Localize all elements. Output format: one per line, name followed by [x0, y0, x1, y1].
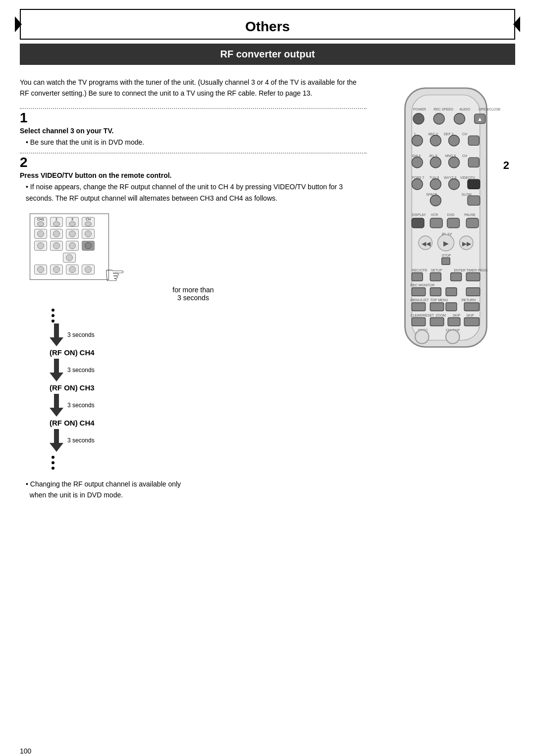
svg-point-8: [454, 113, 465, 124]
step1-number: 1: [20, 111, 367, 125]
svg-text:CH: CH: [462, 154, 467, 158]
svg-rect-83: [464, 318, 479, 326]
hand-pointer-icon: ☞: [104, 261, 125, 289]
svg-point-6: [413, 113, 424, 124]
svg-rect-62: [451, 273, 462, 281]
channel-sequence-diagram: 3 seconds (RF ON) CH4 3 seconds (RF ON: [50, 309, 367, 470]
svg-rect-82: [448, 318, 460, 326]
svg-text:MENU/LIST: MENU/LIST: [411, 298, 429, 302]
page-number: 100: [20, 747, 31, 755]
intro-text: You can watch the TV programs with the t…: [20, 77, 367, 99]
right-column: POWER REC SPEED AUDIO OPEN/CLOSE ▲ 1 ABC…: [376, 65, 515, 501]
ch4-label: (RF ON) CH4: [50, 348, 95, 357]
svg-point-37: [430, 195, 441, 206]
svg-rect-65: [412, 288, 426, 296]
svg-text:PAUSE: PAUSE: [464, 213, 476, 216]
svg-text:RETURN: RETURN: [462, 298, 476, 302]
svg-rect-66: [430, 288, 441, 296]
svg-text:VIDEOTV: VIDEOTV: [460, 176, 476, 179]
arrow4-row: 3 seconds: [50, 429, 95, 452]
step1-title: Select channel 3 on your TV.: [20, 127, 367, 135]
svg-text:CH: CH: [462, 132, 467, 136]
svg-rect-81: [430, 318, 444, 326]
svg-text:SETUP: SETUP: [431, 269, 442, 272]
svg-rect-72: [412, 303, 426, 311]
page-title: Others: [20, 9, 515, 40]
svg-text:TIMER PROG: TIMER PROG: [466, 269, 487, 272]
arrow3-row: 3 seconds: [50, 394, 95, 417]
ch3-label: (RF ON) CH3: [50, 383, 95, 392]
content-area: You can watch the TV programs with the t…: [20, 65, 515, 501]
svg-rect-26: [468, 158, 479, 167]
footer-note: • Changing the RF output channel is avai…: [20, 479, 367, 501]
svg-text:DVD: DVD: [447, 213, 455, 216]
arrow3-seconds: 3 seconds: [67, 402, 95, 408]
arrow2-row: 3 seconds: [50, 359, 95, 381]
svg-text:ENTER: ENTER: [454, 269, 466, 272]
svg-text:◀◀: ◀◀: [422, 240, 431, 247]
page-container: Others RF converter output You can watch…: [0, 9, 535, 756]
svg-text:▶: ▶: [443, 240, 449, 247]
svg-point-86: [415, 330, 429, 344]
svg-rect-80: [412, 318, 426, 326]
svg-point-31: [412, 179, 423, 190]
svg-point-87: [446, 330, 460, 344]
for-more-text: for more than 3 seconds: [20, 286, 367, 302]
arrow2-seconds: 3 seconds: [67, 367, 95, 373]
svg-text:DISPLAY: DISPLAY: [412, 213, 426, 216]
svg-text:POWER: POWER: [413, 108, 426, 111]
svg-rect-46: [466, 218, 479, 228]
svg-text:STOP: STOP: [442, 254, 451, 257]
svg-rect-60: [412, 273, 423, 281]
arrow4-seconds: 3 seconds: [67, 437, 95, 443]
svg-text:VCR: VCR: [431, 213, 438, 216]
remote-control-area: POWER REC SPEED AUDIO OPEN/CLOSE ▲ 1 ABC…: [391, 80, 500, 357]
arrow1-seconds: 3 seconds: [67, 332, 95, 338]
svg-rect-18: [468, 136, 479, 145]
svg-point-16: [430, 135, 441, 146]
step2-separator: [20, 153, 367, 154]
svg-text:REC SPEED: REC SPEED: [433, 108, 453, 111]
step1-separator: [20, 108, 367, 109]
svg-text:ZOOM: ZOOM: [435, 314, 446, 317]
svg-rect-55: [442, 258, 450, 265]
step-label-2: 2: [503, 159, 509, 172]
svg-point-33: [449, 179, 460, 190]
step2-title: Press VIDEO/TV button on the remote cont…: [20, 171, 367, 179]
svg-rect-45: [447, 218, 460, 228]
svg-text:CLEAR/RESET: CLEAR/RESET: [411, 314, 434, 317]
svg-point-23: [412, 157, 423, 168]
svg-rect-68: [466, 288, 480, 296]
svg-point-24: [430, 157, 441, 168]
svg-text:TOP MENU: TOP MENU: [430, 298, 448, 302]
svg-rect-75: [464, 303, 479, 311]
svg-text:▶▶: ▶▶: [462, 240, 472, 247]
svg-rect-61: [430, 273, 441, 281]
svg-text:OPEN/CLOSE: OPEN/CLOSE: [479, 108, 500, 111]
svg-point-17: [449, 135, 460, 146]
left-column: You can watch the TV programs with the t…: [20, 65, 376, 501]
svg-text:DEF 3: DEF 3: [444, 132, 454, 136]
svg-rect-73: [430, 303, 444, 311]
step1-bullet: • Be sure that the unit is in DVD mode.: [20, 137, 367, 148]
svg-rect-67: [446, 288, 457, 296]
step2-bullet: • If noise appears, change the RF output…: [20, 181, 367, 204]
mini-remote-diagram: CH1 2 3 CH: [30, 214, 109, 280]
svg-text:REC/OTR: REC/OTR: [412, 269, 427, 272]
arrow1-row: 3 seconds: [50, 324, 95, 346]
remote-control-image: POWER REC SPEED AUDIO OPEN/CLOSE ▲ 1 ABC…: [391, 85, 500, 357]
svg-text:AUDIO: AUDIO: [460, 108, 471, 111]
svg-point-25: [449, 157, 460, 168]
svg-text:REC MONITOR: REC MONITOR: [411, 283, 435, 287]
step2-number: 2: [20, 156, 367, 169]
svg-rect-74: [446, 303, 457, 311]
svg-rect-44: [430, 218, 442, 228]
svg-rect-38: [468, 196, 480, 205]
svg-point-7: [433, 113, 444, 124]
ch4b-label: (RF ON) CH4: [50, 419, 95, 427]
svg-rect-43: [412, 218, 424, 228]
svg-text:▲: ▲: [477, 116, 482, 122]
svg-point-15: [412, 135, 423, 146]
section-title: RF converter output: [20, 44, 515, 65]
svg-text:SKIP: SKIP: [466, 314, 474, 317]
